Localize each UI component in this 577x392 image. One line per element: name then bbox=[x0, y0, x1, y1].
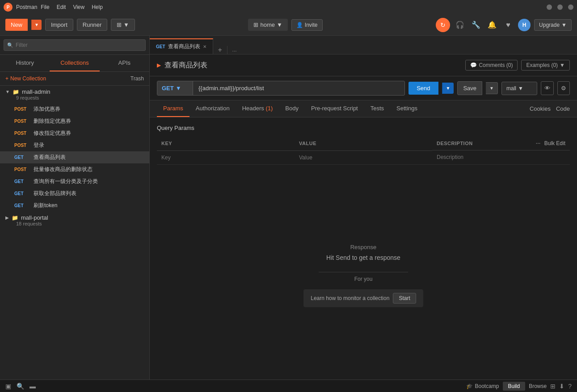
send-button[interactable]: Send bbox=[409, 82, 438, 95]
menu-view[interactable]: View bbox=[73, 4, 84, 10]
for-you-label: For you bbox=[354, 276, 373, 282]
maximize-button[interactable] bbox=[557, 4, 563, 10]
api-item-refresh-token[interactable]: GET 刷新token bbox=[0, 200, 149, 212]
save-button[interactable]: Save bbox=[457, 81, 482, 95]
method-badge: GET bbox=[14, 191, 30, 196]
response-title: Response bbox=[350, 244, 377, 250]
tab-pre-request[interactable]: Pre-request Script bbox=[305, 100, 364, 117]
save-dropdown[interactable]: ▼ bbox=[486, 82, 498, 94]
send-dropdown[interactable]: ▼ bbox=[442, 83, 454, 94]
menu-edit[interactable]: Edit bbox=[57, 4, 66, 10]
param-key-input[interactable] bbox=[161, 154, 290, 161]
settings-icon[interactable]: ⚙ bbox=[557, 81, 570, 95]
titlebar: P Postman File Edit View Help bbox=[0, 0, 577, 14]
heart-icon[interactable]: ♥ bbox=[502, 19, 514, 31]
tab-more-button[interactable]: ··· bbox=[227, 48, 242, 54]
examples-button[interactable]: Examples (0) ▼ bbox=[521, 60, 570, 71]
expand-arrow[interactable]: ▶ bbox=[157, 62, 161, 68]
param-value-input[interactable] bbox=[299, 154, 428, 161]
menu-file[interactable]: File bbox=[41, 4, 49, 10]
collection-name: mall-admin bbox=[22, 88, 51, 95]
download-icon[interactable]: ⬇ bbox=[559, 383, 564, 390]
bell-icon[interactable]: 🔔 bbox=[486, 19, 498, 31]
close-button[interactable] bbox=[568, 4, 573, 10]
tab-right-actions: Cookies Code bbox=[530, 105, 570, 112]
menu-help[interactable]: Help bbox=[92, 4, 103, 10]
new-button[interactable]: New bbox=[5, 19, 28, 31]
key-column-header: KEY bbox=[157, 137, 295, 150]
tab-params[interactable]: Params bbox=[157, 100, 190, 117]
sidebar-tab-apis[interactable]: APIs bbox=[100, 55, 149, 71]
api-item-categories[interactable]: GET 查询所有一级分类及子分类 bbox=[0, 175, 149, 188]
collection-count: 9 requests bbox=[5, 95, 144, 100]
bulk-edit-button[interactable]: Bulk Edit bbox=[544, 140, 565, 146]
sidebar-tab-collections[interactable]: Collections bbox=[50, 55, 99, 71]
workspace-name: home bbox=[260, 21, 275, 28]
upgrade-button[interactable]: Upgrade ▼ bbox=[534, 19, 572, 31]
method-badge: GET bbox=[14, 179, 30, 184]
console-icon[interactable]: ▬ bbox=[29, 383, 36, 390]
sidebar-content: ▼ 📁 mall-admin 9 requests POST 添加优惠券 POS… bbox=[0, 86, 149, 379]
monitor-text: Learn how to monitor a collection bbox=[311, 295, 389, 301]
environment-selector[interactable]: mall ▼ bbox=[501, 82, 537, 95]
new-button-arrow[interactable]: ▼ bbox=[31, 20, 42, 30]
builder-button[interactable]: ⊞ ▼ bbox=[111, 19, 135, 31]
bootcamp-button[interactable]: 🎓 Bootcamp bbox=[466, 383, 499, 389]
chevron-down-icon: ▼ bbox=[560, 62, 565, 68]
eye-icon[interactable]: 👁 bbox=[541, 81, 554, 95]
request-tab-active[interactable]: GET 查看商品列表 ✕ bbox=[150, 38, 213, 54]
method-dropdown[interactable]: GET ▼ bbox=[157, 81, 193, 95]
content-area: GET 查看商品列表 ✕ + ··· ▶ 查看商品列表 💬 Comments (… bbox=[150, 36, 577, 379]
search-icon[interactable]: 🔍 bbox=[17, 383, 24, 390]
url-input-group: GET ▼ bbox=[157, 81, 405, 96]
comments-button[interactable]: 💬 Comments (0) bbox=[465, 60, 518, 71]
sidebar-tab-history[interactable]: History bbox=[0, 55, 50, 71]
cookies-link[interactable]: Cookies bbox=[530, 105, 551, 112]
wrench-icon[interactable]: 🔧 bbox=[470, 19, 482, 31]
sync-button[interactable]: ↻ bbox=[436, 18, 450, 32]
help-icon[interactable]: ? bbox=[568, 383, 572, 390]
trash-button[interactable]: Trash bbox=[131, 75, 144, 82]
api-item-product-list[interactable]: GET 查看商品列表 bbox=[0, 151, 149, 163]
search-input[interactable] bbox=[4, 39, 146, 51]
tab-headers[interactable]: Headers (1) bbox=[236, 100, 279, 117]
tab-bar: GET 查看商品列表 ✕ + ··· bbox=[150, 36, 577, 54]
code-link[interactable]: Code bbox=[556, 105, 570, 112]
avatar[interactable]: H bbox=[518, 19, 531, 31]
invite-button[interactable]: 👤 Invite bbox=[291, 19, 323, 31]
expand-icon[interactable]: ⊞ bbox=[550, 383, 556, 390]
tab-add-button[interactable]: + bbox=[213, 46, 227, 54]
tab-close-icon[interactable]: ✕ bbox=[203, 44, 206, 49]
browse-button[interactable]: Browse bbox=[529, 383, 547, 389]
api-item-add-coupon[interactable]: POST 添加优惠券 bbox=[0, 103, 149, 115]
param-value-cell bbox=[295, 150, 432, 164]
param-description-input[interactable] bbox=[437, 154, 565, 160]
new-collection-button[interactable]: + New Collection bbox=[5, 75, 46, 82]
tab-body[interactable]: Body bbox=[279, 100, 305, 117]
runner-button[interactable]: Runner bbox=[77, 19, 108, 31]
api-item-brands[interactable]: GET 获取全部品牌列表 bbox=[0, 188, 149, 200]
api-item-delete-coupon[interactable]: POST 删除指定优惠券 bbox=[0, 115, 149, 127]
api-item-batch-delete[interactable]: POST 批量修改商品的删除状态 bbox=[0, 163, 149, 175]
url-input[interactable] bbox=[193, 81, 404, 95]
tab-authorization[interactable]: Authorization bbox=[190, 100, 236, 117]
api-item-edit-coupon[interactable]: POST 修改指定优惠券 bbox=[0, 127, 149, 139]
request-header: ▶ 查看商品列表 💬 Comments (0) Examples (0) ▼ bbox=[150, 54, 577, 76]
api-item-login[interactable]: POST 登录 bbox=[0, 139, 149, 151]
tab-settings[interactable]: Settings bbox=[390, 100, 424, 117]
import-button[interactable]: Import bbox=[45, 19, 73, 31]
request-title: 查看商品列表 bbox=[164, 61, 207, 70]
headphones-icon[interactable]: 🎧 bbox=[454, 19, 466, 31]
workspace-selector[interactable]: ⊞ home ▼ bbox=[248, 19, 287, 31]
tab-tests[interactable]: Tests bbox=[364, 100, 390, 117]
api-name: 批量修改商品的删除状态 bbox=[34, 166, 93, 173]
method-badge: POST bbox=[14, 107, 30, 112]
build-button[interactable]: Build bbox=[503, 382, 526, 391]
collection-mall-portal[interactable]: ▶ 📁 mall-portal 18 requests bbox=[0, 212, 149, 229]
start-button[interactable]: Start bbox=[393, 293, 416, 304]
sidebar-toggle-icon[interactable]: ▣ bbox=[5, 383, 11, 390]
api-name: 登录 bbox=[34, 142, 44, 149]
collection-mall-admin[interactable]: ▼ 📁 mall-admin 9 requests bbox=[0, 86, 149, 103]
minimize-button[interactable] bbox=[547, 4, 552, 10]
column-actions-icon[interactable]: ··· bbox=[536, 141, 541, 146]
